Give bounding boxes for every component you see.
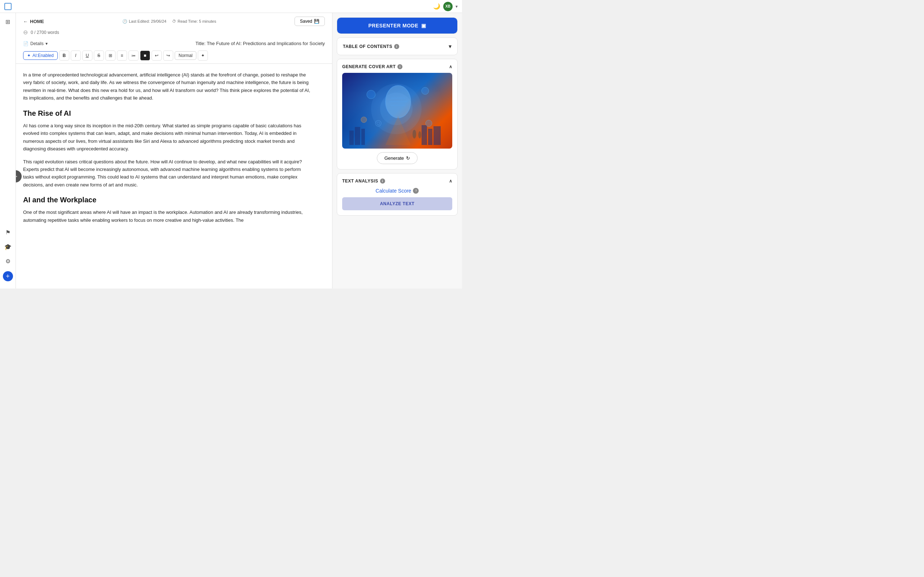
document-body[interactable]: In a time of unprecedented technological… <box>16 64 332 288</box>
document-icon: 📄 <box>23 41 29 46</box>
svg-point-15 <box>361 117 367 122</box>
analyze-text-button[interactable]: ANALYZE TEXT <box>342 197 452 210</box>
sparkle-icon: ✦ <box>27 53 31 58</box>
paragraph-workplace-1: One of the most significant areas where … <box>23 208 310 224</box>
toc-header: TABLE OF CONTENTS i ▾ <box>337 38 457 55</box>
doc-meta: 🕐 Last Edited: 29/06/24 ⏱ Read Time: 5 m… <box>122 19 216 24</box>
back-home-button[interactable]: ← HOME <box>23 19 44 24</box>
italic-button[interactable]: I <box>71 50 81 61</box>
magic-button[interactable]: ✦ <box>198 50 208 61</box>
cover-art-label: GENERATE COVER ART <box>342 64 396 69</box>
toolbar: ✦ AI:Enabled B I U S ⊞ ≡ ≔ ■ ↩ ↪ Normal … <box>23 48 325 63</box>
word-count-row: ⊖ 0 / 2700 words <box>23 29 325 36</box>
toc-card: TABLE OF CONTENTS i ▾ <box>337 37 458 55</box>
details-chevron-icon: ▾ <box>45 41 48 46</box>
toc-label: TABLE OF CONTENTS <box>343 44 393 49</box>
doc-wrapper: → In a time of unprecedented technologic… <box>16 64 332 288</box>
cover-art-title-row: GENERATE COVER ART i ∧ <box>342 64 452 69</box>
top-bar-right: 🌙 XB ▾ <box>433 2 458 11</box>
svg-point-13 <box>367 90 375 99</box>
svg-rect-7 <box>355 127 360 145</box>
decrement-icon[interactable]: ⊖ <box>23 29 28 36</box>
sidebar-icon-education[interactable]: 🎓 <box>3 242 12 251</box>
main-layout: ⊞ ⚑ 🎓 ⚙ + ← HOME 🕐 Last Edited: 29/06/24 <box>0 13 462 288</box>
left-sidebar: ⊞ ⚑ 🎓 ⚙ + <box>0 13 16 288</box>
heading-ai-workplace: AI and the Workplace <box>23 196 310 204</box>
generate-button[interactable]: Generate ↻ <box>377 152 418 164</box>
cover-art-svg <box>342 73 451 145</box>
document-header: ← HOME 🕐 Last Edited: 29/06/24 ⏱ Read Ti… <box>16 13 332 64</box>
svg-rect-10 <box>428 129 432 145</box>
cover-art-info-icon[interactable]: i <box>397 64 402 69</box>
sidebar-icon-settings[interactable]: ⚙ <box>3 257 12 266</box>
read-time: ⏱ Read Time: 5 minutes <box>172 19 216 23</box>
doc-nav-row: ← HOME 🕐 Last Edited: 29/06/24 ⏱ Read Ti… <box>23 16 325 26</box>
document-title: Title: The Future of AI: Predictions and… <box>195 41 325 46</box>
avatar[interactable]: XB <box>443 2 452 11</box>
bold-button[interactable]: B <box>59 50 69 61</box>
save-icon: 💾 <box>314 19 320 24</box>
back-arrow-icon: ← <box>23 19 28 24</box>
refresh-icon: ↻ <box>406 155 410 161</box>
word-count: 0 / 2700 words <box>31 30 59 35</box>
dark-mode-icon[interactable]: 🌙 <box>433 3 440 10</box>
top-bar-left <box>4 3 11 10</box>
text-analysis-collapse-icon[interactable]: ∧ <box>449 179 452 184</box>
strikethrough-button[interactable]: S <box>94 50 104 61</box>
text-analysis-info-icon[interactable]: i <box>380 179 385 184</box>
text-analysis-title-row: TEXT ANALYSIS i ∧ <box>342 179 452 184</box>
sidebar-add-button[interactable]: + <box>3 271 13 281</box>
ai-enabled-label: AI:Enabled <box>32 53 54 58</box>
sidebar-icon-flag[interactable]: ⚑ <box>3 228 12 237</box>
clock-icon: 🕐 <box>122 19 128 24</box>
saved-button[interactable]: Saved 💾 <box>294 16 325 26</box>
details-label: Details <box>30 41 44 46</box>
list-button[interactable]: ≡ <box>117 50 127 61</box>
svg-point-14 <box>422 87 429 95</box>
svg-rect-11 <box>433 126 441 145</box>
presenter-label: PRESENTER MODE <box>368 23 418 29</box>
paragraph-rise-1: AI has come a long way since its incepti… <box>23 122 310 153</box>
saved-label: Saved <box>300 19 312 24</box>
generate-label: Generate <box>384 155 404 161</box>
bullet-list-button[interactable]: ≔ <box>129 50 139 61</box>
calculate-score-label: Calculate Score <box>376 188 412 193</box>
presenter-mode-card: PRESENTER MODE ▣ <box>337 17 458 34</box>
underline-button[interactable]: U <box>82 50 92 61</box>
cover-art-title-left: GENERATE COVER ART i <box>342 64 402 69</box>
color-button[interactable]: ■ <box>140 50 150 61</box>
image-button[interactable]: ⊞ <box>105 50 115 61</box>
text-analysis-title-left: TEXT ANALYSIS i <box>342 179 385 184</box>
last-edited-label: Last Edited: 29/06/24 <box>129 19 166 23</box>
svg-rect-6 <box>349 131 354 145</box>
undo-button[interactable]: ↩ <box>152 50 162 61</box>
details-row: 📄 Details ▾ Title: The Future of AI: Pre… <box>23 39 325 48</box>
paragraph-rise-2: This rapid evolution raises critical que… <box>23 158 310 189</box>
ai-enabled-button[interactable]: ✦ AI:Enabled <box>23 51 58 60</box>
toc-title: TABLE OF CONTENTS i <box>343 44 399 49</box>
app-icon <box>4 3 11 10</box>
style-dropdown-button[interactable]: Normal <box>175 51 197 60</box>
heading-rise-of-ai: The Rise of AI <box>23 109 310 118</box>
text-analysis-card: TEXT ANALYSIS i ∧ Calculate Score ? ANAL… <box>337 173 458 216</box>
sidebar-icon-grid[interactable]: ⊞ <box>3 17 12 26</box>
chevron-down-icon[interactable]: ▾ <box>456 4 458 9</box>
calculate-score-link[interactable]: Calculate Score ? <box>342 188 452 193</box>
read-time-label: Read Time: 5 minutes <box>178 19 216 23</box>
presenter-mode-button[interactable]: PRESENTER MODE ▣ <box>337 18 457 34</box>
redo-button[interactable]: ↪ <box>163 50 173 61</box>
timer-icon: ⏱ <box>172 19 176 23</box>
svg-point-16 <box>426 120 432 127</box>
content-area: ← HOME 🕐 Last Edited: 29/06/24 ⏱ Read Ti… <box>16 13 332 288</box>
right-panel: PRESENTER MODE ▣ TABLE OF CONTENTS i ▾ G… <box>332 13 462 288</box>
top-bar: 🌙 XB ▾ <box>0 0 462 13</box>
toc-chevron-icon[interactable]: ▾ <box>449 43 452 50</box>
home-label: HOME <box>30 19 44 24</box>
intro-paragraph: In a time of unprecedented technological… <box>23 71 310 102</box>
toc-info-icon[interactable]: i <box>394 44 399 49</box>
cover-art-collapse-icon[interactable]: ∧ <box>449 64 452 69</box>
details-button[interactable]: 📄 Details ▾ <box>23 41 48 46</box>
text-analysis-label: TEXT ANALYSIS <box>342 179 378 184</box>
cover-art-image <box>342 73 452 148</box>
cover-art-card: GENERATE COVER ART i ∧ <box>337 59 458 169</box>
